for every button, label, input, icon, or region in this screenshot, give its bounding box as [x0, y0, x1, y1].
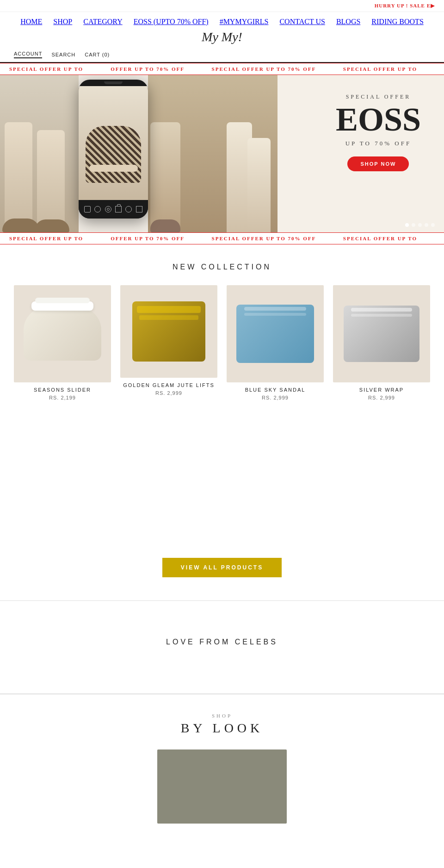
- hero-banner: SPECIAL OFFER EOSS UP TO 70% OFF SHOP NO…: [0, 75, 444, 232]
- new-collection-title: NEW COLLECTION: [0, 263, 444, 271]
- phone-icon-3: [105, 206, 111, 212]
- shop-by-look-title: BY LOOK: [14, 721, 430, 736]
- nav-shop[interactable]: SHOP: [53, 18, 72, 26]
- ticker-inner: SPECIAL OFFER UP TO OFFER UP TO 70% OFF …: [0, 66, 444, 72]
- shop-by-look-section: SHOP BY LOOK: [0, 694, 444, 824]
- hero-special-offer: SPECIAL OFFER: [336, 94, 421, 100]
- nav-mymygirls[interactable]: #MYMYGIRLS: [220, 18, 269, 26]
- product-price-golden-gleam: RS. 2,999: [120, 390, 217, 396]
- phone-icon-1: [84, 206, 91, 212]
- hero-discount: UP TO 70% OFF: [336, 140, 421, 147]
- ticker-bottom-item: SPECIAL OFFER UP TO: [9, 236, 92, 241]
- dot-2[interactable]: [412, 223, 415, 227]
- ticker-item: OFFER UP TO 70% OFF: [111, 66, 193, 72]
- main-nav: HOME SHOP CATEGORY EOSS (UPTO 70% OFF) #…: [0, 12, 444, 29]
- look-image-placeholder: [157, 749, 287, 824]
- nav-eoss[interactable]: EOSS (UPTO 70% OFF): [134, 18, 209, 26]
- view-all-container: VIEW ALL PRODUCTS: [0, 549, 444, 596]
- product-name-silver-wrap: SILVER WRAP: [333, 387, 430, 393]
- hero-left: [0, 75, 222, 232]
- nav-blogs[interactable]: BLOGS: [336, 18, 360, 26]
- dot-1[interactable]: [405, 223, 409, 227]
- dot-5[interactable]: [431, 223, 435, 227]
- logo-row: My My!: [0, 29, 444, 47]
- product-image-silver-wrap: [333, 285, 430, 382]
- hero-text: SPECIAL OFFER EOSS UP TO 70% OFF SHOP NO…: [336, 94, 421, 171]
- new-collection-section: NEW COLLECTION SEASONS SLIDER RS. 2,199: [0, 263, 444, 600]
- ticker-bottom-item: SPECIAL OFFER UP TO 70% OFF: [212, 236, 325, 241]
- product-card-golden-gleam[interactable]: GOLDEN GLEAM JUTE LIFTS RS. 2,999: [120, 285, 217, 400]
- product-price-silver-wrap: RS. 2,999: [333, 395, 430, 400]
- phone-bottom-bar: [79, 200, 148, 219]
- hero-eoss: EOSS: [336, 103, 421, 136]
- ticker-item: SPECIAL OFFER UP TO: [343, 66, 426, 72]
- ticker-bottom-item: SPECIAL OFFER UP TO: [343, 236, 426, 241]
- nav-riding-boots[interactable]: RIDING BOOTS: [371, 18, 423, 26]
- site-logo[interactable]: My My!: [0, 31, 444, 44]
- shop-label: SHOP: [14, 713, 430, 718]
- empty-area: [0, 410, 444, 549]
- ticker-bottom: SPECIAL OFFER UP TO OFFER UP TO 70% OFF …: [0, 232, 444, 244]
- celebs-title: LOVE FROM CELEBS: [14, 638, 430, 646]
- product-image-seasons-slider: [14, 285, 111, 382]
- phone-screen: [79, 86, 148, 200]
- sub-nav-cart[interactable]: CART (0): [85, 52, 110, 57]
- shop-now-button[interactable]: SHOP NOW: [347, 156, 409, 171]
- phone-icon-4: [115, 206, 122, 212]
- nav-category[interactable]: CATEGORY: [83, 18, 122, 26]
- nav-home[interactable]: HOME: [20, 18, 42, 26]
- product-name-seasons-slider: SEASONS SLIDER: [14, 387, 111, 393]
- ticker-item: SPECIAL OFFER UP TO 70% OFF: [212, 66, 325, 72]
- phone-mockup: [79, 80, 148, 219]
- product-card-silver-wrap[interactable]: SILVER WRAP RS. 2,999: [333, 285, 430, 400]
- hero-image-2: [222, 75, 278, 232]
- phone-icon-6: [136, 206, 142, 212]
- sub-nav: ACCOUNT SEARCH CART (0): [0, 47, 444, 63]
- nav-contact[interactable]: CONTACT US: [279, 18, 325, 26]
- phone-icon-5: [125, 206, 132, 212]
- product-grid: SEASONS SLIDER RS. 2,199 GOLDEN GLEAM JU…: [0, 285, 444, 400]
- hero-right: SPECIAL OFFER EOSS UP TO 70% OFF SHOP NO…: [222, 75, 444, 232]
- sub-nav-account[interactable]: ACCOUNT: [14, 51, 42, 58]
- dot-3[interactable]: [418, 223, 422, 227]
- ticker-top: SPECIAL OFFER UP TO OFFER UP TO 70% OFF …: [0, 63, 444, 75]
- product-card-blue-sky[interactable]: BLUE SKY SANDAL RS. 2,999: [227, 285, 324, 400]
- view-all-button[interactable]: VIEW ALL PRODUCTS: [162, 558, 282, 577]
- ticker-bottom-inner: SPECIAL OFFER UP TO OFFER UP TO 70% OFF …: [0, 236, 444, 241]
- product-image-blue-sky: [227, 285, 324, 382]
- announcement-bar: HURRY UP ! SALE E▶: [0, 0, 444, 12]
- celebs-section: LOVE FROM CELEBS: [0, 601, 444, 693]
- product-price-seasons-slider: RS. 2,199: [14, 395, 111, 400]
- carousel-dots: [405, 223, 435, 227]
- ticker-bottom-item: OFFER UP TO 70% OFF: [111, 236, 193, 241]
- product-price-blue-sky: RS. 2,999: [227, 395, 324, 400]
- ticker-item: SPECIAL OFFER UP TO: [9, 66, 92, 72]
- product-card-seasons-slider[interactable]: SEASONS SLIDER RS. 2,199: [14, 285, 111, 400]
- dot-4[interactable]: [425, 223, 428, 227]
- sub-nav-search[interactable]: SEARCH: [51, 52, 75, 57]
- announcement-text: HURRY UP ! SALE E▶: [375, 3, 435, 8]
- product-name-blue-sky: BLUE SKY SANDAL: [227, 387, 324, 393]
- phone-icon-2: [94, 206, 101, 212]
- product-image-golden-gleam: [120, 285, 217, 378]
- product-name-golden-gleam: GOLDEN GLEAM JUTE LIFTS: [120, 382, 217, 388]
